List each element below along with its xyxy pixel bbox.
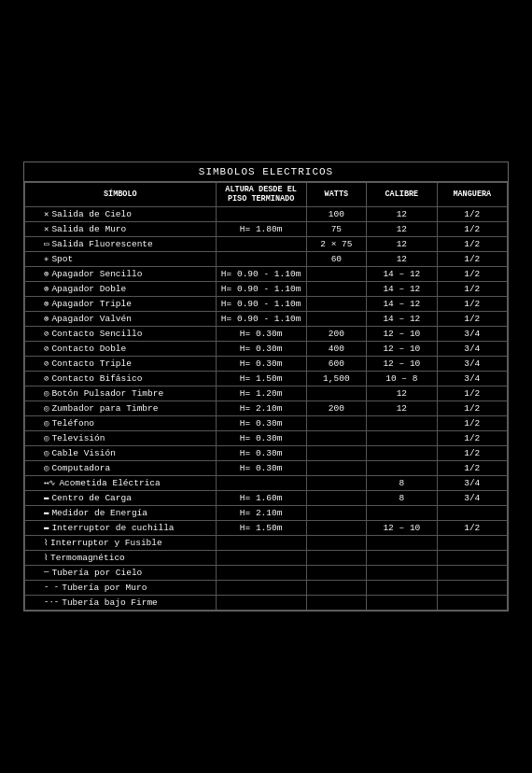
symbol-icon: — [44, 568, 49, 577]
cell-calibre: 12 [367, 251, 437, 266]
cell-calibre [367, 505, 437, 520]
cell-watts: 60 [306, 251, 367, 266]
table-row: ◎Cable VisiónH= 0.30m1/2 [25, 445, 508, 460]
cell-manguera: 1/2 [437, 296, 507, 311]
symbol-icon: ✕ [44, 224, 49, 234]
symbol-label: Spot [51, 254, 73, 264]
cell-manguera [437, 550, 507, 565]
symbol-label: Apagador Sencillo [51, 269, 142, 279]
main-title: SIMBOLOS ELECTRICOS [24, 162, 508, 182]
symbol-name: ◎Botón Pulsador Timbre [25, 386, 217, 401]
cell-altura: H= 0.30m [216, 460, 306, 475]
table-row: ◎TeléfonoH= 0.30m1/2 [25, 415, 508, 430]
cell-altura: H= 0.30m [216, 356, 306, 371]
symbol-icon: ▬ [44, 493, 49, 502]
cell-watts [306, 565, 367, 580]
cell-altura [216, 565, 306, 580]
cell-altura: H= 0.90 - 1.10m [216, 296, 306, 311]
cell-altura [216, 206, 306, 221]
cell-watts [306, 580, 367, 595]
symbol-name: ⊘Contacto Triple [25, 356, 217, 371]
cell-altura: H= 1.20m [216, 386, 306, 401]
cell-watts [306, 490, 367, 505]
symbol-label: Termomagnético [50, 553, 125, 563]
symbol-name: ◎Computadora [25, 460, 217, 475]
cell-altura [216, 580, 306, 595]
cell-watts [306, 415, 367, 430]
symbol-name: ◎Televisión [25, 430, 217, 445]
table-row: —Tubería por Cielo [25, 565, 508, 580]
cell-calibre: 12 – 10 [367, 341, 437, 356]
symbol-icon: ✕ [44, 209, 49, 219]
cell-altura: H= 0.30m [216, 430, 306, 445]
cell-calibre: 14 – 12 [367, 266, 437, 281]
cell-calibre: 8 [367, 490, 437, 505]
table-row: ▬Centro de CargaH= 1.60m83/4 [25, 490, 508, 505]
cell-manguera: 3/4 [437, 490, 507, 505]
cell-manguera: 1/2 [437, 520, 507, 535]
cell-calibre [367, 580, 437, 595]
table-row: ⊗Apagador ValvénH= 0.90 - 1.10m14 – 121/… [25, 311, 508, 326]
table-row: ◎Botón Pulsador TimbreH= 1.20m121/2 [25, 386, 508, 401]
cell-altura: H= 0.30m [216, 326, 306, 341]
symbol-label: Apagador Valvén [51, 314, 132, 324]
cell-altura: H= 2.10m [216, 401, 306, 415]
cell-altura: H= 0.90 - 1.10m [216, 266, 306, 281]
symbol-icon: ◎ [44, 463, 49, 473]
symbol-name: ⊗Apagador Triple [25, 296, 217, 311]
cell-watts [306, 386, 367, 401]
header-manguera: MANGUERA [437, 183, 507, 206]
symbol-icon: ⊘ [44, 358, 49, 369]
symbol-label: Salida de Muro [51, 224, 126, 234]
symbol-name: ▭Salida Fluorescente [25, 236, 217, 251]
cell-calibre [367, 595, 437, 610]
symbol-icon: ⊘ [44, 344, 49, 354]
cell-altura: H= 1.80m [216, 221, 306, 236]
symbol-name: ⊗Apagador Valvén [25, 311, 217, 326]
cell-calibre: 10 – 8 [367, 371, 437, 386]
cell-manguera: 1/2 [437, 281, 507, 296]
table-row: -·-Tubería bajo Firme [25, 595, 508, 610]
cell-altura: H= 0.90 - 1.10m [216, 311, 306, 326]
cell-manguera: 3/4 [437, 326, 507, 341]
cell-altura: H= 1.60m [216, 490, 306, 505]
cell-manguera: 3/4 [437, 341, 507, 356]
symbol-label: Salida Fluorescente [51, 239, 152, 249]
symbol-label: Tubería por Cielo [51, 568, 142, 578]
symbol-label: Botón Pulsador Timbre [51, 388, 163, 399]
symbol-icon: ▬ [44, 508, 49, 517]
cell-calibre [367, 460, 437, 475]
cell-altura [216, 550, 306, 565]
symbol-label: Interruptor y Fusible [50, 538, 162, 548]
cell-altura: H= 1.50m [216, 371, 306, 386]
header-simbolo: SÍMBOLO [25, 183, 217, 206]
symbol-label: Contacto Sencillo [51, 329, 142, 339]
symbol-label: Tubería por Muro [62, 583, 147, 593]
cell-manguera: 1/2 [437, 206, 507, 221]
cell-manguera: 1/2 [437, 445, 507, 460]
symbol-icon: ◎ [44, 388, 49, 399]
cell-watts [306, 445, 367, 460]
symbol-label: Computadora [51, 463, 110, 473]
table-row: ⊘Contacto BifásicoH= 1.50m1,50010 – 83/4 [25, 371, 508, 386]
cell-manguera: 1/2 [437, 236, 507, 251]
cell-altura [216, 236, 306, 251]
symbol-label: Cable Visión [51, 448, 115, 458]
symbols-table: SÍMBOLO ALTURA DESDE EL PISO TERMINADO W… [24, 182, 508, 611]
cell-watts: 75 [306, 221, 367, 236]
cell-manguera: 1/2 [437, 460, 507, 475]
cell-watts: 600 [306, 356, 367, 371]
cell-manguera: 3/4 [437, 475, 507, 490]
header-watts: WATTS [306, 183, 367, 206]
cell-watts [306, 296, 367, 311]
cell-calibre: 12 – 10 [367, 356, 437, 371]
cell-calibre: 12 [367, 401, 437, 415]
symbol-label: Teléfono [51, 418, 94, 429]
table-row: ◎TelevisiónH= 0.30m1/2 [25, 430, 508, 445]
cell-calibre [367, 565, 437, 580]
cell-calibre: 12 [367, 386, 437, 401]
table-row: ⌇Termomagnético [25, 550, 508, 565]
table-row: ✕Salida de MuroH= 1.80m75121/2 [25, 221, 508, 236]
symbol-icon: - - [44, 583, 59, 592]
cell-watts [306, 520, 367, 535]
